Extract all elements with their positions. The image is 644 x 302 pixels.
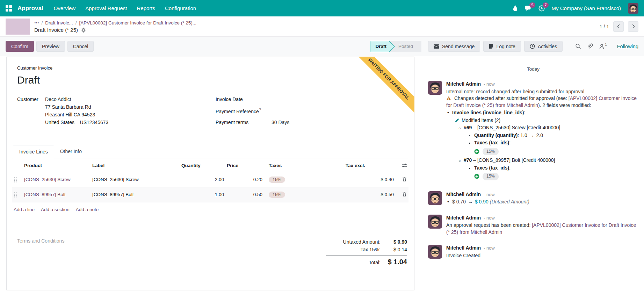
add-note-link[interactable]: Add a note: [76, 207, 99, 212]
breadcrumb-parent-request[interactable]: [APVL00002] Customer Invoice for Draft I…: [79, 20, 196, 26]
followers-icon[interactable]: 1: [599, 44, 607, 49]
cancel-button[interactable]: Cancel: [67, 41, 94, 52]
menu-reports[interactable]: Reports: [137, 5, 155, 11]
invoice-lines-table: Product Label Quantity Price Taxes Tax e…: [12, 158, 408, 202]
column-header-product[interactable]: Product: [23, 158, 91, 172]
message-time: - now: [484, 215, 495, 221]
attachments-paperclip-icon[interactable]: [587, 43, 593, 49]
breadcrumb-current: Draft Invoice (* 25): [34, 27, 78, 33]
activities-button[interactable]: Activities: [524, 41, 563, 52]
tax-tag[interactable]: 15%: [269, 192, 285, 198]
demo-data-droplet-icon[interactable]: [513, 5, 518, 11]
delete-line-icon[interactable]: [402, 192, 407, 197]
invoice-fields: Invoice Date Payment Reference? Payment …: [216, 96, 289, 130]
search-messages-icon[interactable]: [575, 43, 581, 49]
document-type-label: Customer Invoice: [17, 65, 408, 71]
customer-name-link[interactable]: Deco Addict: [45, 96, 71, 102]
total-label: Total:: [369, 260, 381, 265]
column-header-tax-excl[interactable]: Tax excl.: [344, 158, 395, 172]
pager-previous-button[interactable]: [613, 21, 624, 32]
drag-handle-icon[interactable]: [14, 177, 21, 182]
chatter-message: Mitchell Admin - now $ 0.70→$ 0.90 (Unta…: [428, 191, 638, 206]
messages-badge: 5: [529, 2, 535, 8]
send-message-button[interactable]: Send message: [428, 41, 480, 52]
line-price-cell[interactable]: 0.20: [225, 172, 264, 187]
user-menu-avatar[interactable]: [628, 3, 638, 14]
chatter-message: Mitchell Admin - now Internal note: reco…: [428, 81, 638, 182]
drag-handle-icon[interactable]: [14, 192, 21, 197]
message-time: - now: [484, 245, 495, 251]
invoice-line-row[interactable]: [CONS_25630] Screw [CONS_25630] Screw 2.…: [12, 172, 408, 187]
taxes-change-line: Taxes (tax_ids):: [446, 139, 638, 146]
envelope-icon: [434, 44, 439, 49]
payment-reference-label: Payment Reference?: [216, 107, 272, 114]
terms-and-conditions-placeholder[interactable]: Terms and Conditions: [17, 238, 64, 267]
total-value: $ 1.04: [385, 258, 407, 266]
add-section-link[interactable]: Add a section: [41, 207, 70, 212]
pencil-icon: [455, 118, 459, 123]
menu-overview[interactable]: Overview: [54, 5, 76, 11]
line-subtotal-cell: $ 0.40: [344, 172, 395, 187]
log-note-button[interactable]: Log note: [483, 41, 521, 52]
message-time: - now: [484, 81, 495, 87]
column-header-price[interactable]: Price: [225, 158, 264, 172]
apps-menu-icon[interactable]: [6, 5, 12, 12]
tax-tag[interactable]: 15%: [269, 177, 285, 183]
line-label-cell[interactable]: [CONS_89957] Bolt: [91, 187, 180, 202]
message-subject: Internal note: record changed after bein…: [446, 88, 638, 95]
messages-icon[interactable]: 5: [524, 5, 531, 11]
activities-clock-icon[interactable]: 7: [538, 5, 545, 12]
note-icon: [489, 44, 493, 49]
preview-button[interactable]: Preview: [36, 41, 65, 52]
status-draft[interactable]: Draft: [370, 41, 389, 52]
product-link[interactable]: [CONS_89957] Bolt: [24, 192, 66, 197]
payment-terms-label: Payment terms: [216, 120, 272, 125]
column-header-quantity[interactable]: Quantity: [180, 158, 225, 172]
invoice-date-label: Invoice Date: [216, 96, 272, 102]
plus-circle-icon: [474, 149, 479, 154]
message-author: Mitchell Admin: [446, 215, 481, 221]
line-price-cell[interactable]: 0.50: [225, 187, 264, 202]
confirm-button[interactable]: Confirm: [6, 41, 34, 52]
clock-icon: [530, 44, 535, 49]
chatter-message: Mitchell Admin - now Invoice Created: [428, 245, 638, 259]
breadcrumb-separator: /: [75, 20, 77, 26]
pager-next-button[interactable]: [628, 21, 638, 32]
message-author: Mitchell Admin: [446, 245, 481, 251]
app-name[interactable]: Approval: [17, 5, 43, 12]
payment-terms-value[interactable]: 30 Days: [272, 120, 289, 125]
column-header-label[interactable]: Label: [91, 158, 180, 172]
breadcrumb-parent-list[interactable]: Draft Invoic...: [45, 20, 73, 26]
tab-other-info[interactable]: Other Info: [54, 145, 88, 158]
invoice-line-row[interactable]: [CONS_89957] Bolt [CONS_89957] Bolt 1.00…: [12, 187, 408, 202]
plus-circle-icon: [474, 174, 479, 179]
line-quantity-cell[interactable]: 2.00: [180, 172, 225, 187]
delete-line-icon[interactable]: [402, 177, 407, 182]
add-line-link[interactable]: Add a line: [14, 207, 35, 212]
author-avatar: [428, 191, 442, 205]
menu-configuration[interactable]: Configuration: [165, 5, 196, 11]
tab-invoice-lines[interactable]: Invoice Lines: [13, 145, 54, 158]
follower-count: 1: [605, 43, 607, 46]
author-avatar: [428, 81, 442, 95]
message-text: Invoice Created: [446, 252, 495, 259]
table-footer-links: Add a line Add a section Add a note: [12, 202, 408, 217]
company-switcher[interactable]: My Company (San Francisco): [552, 5, 621, 11]
chatter-panel: Today Mitchell Admin - now Internal note…: [421, 56, 644, 259]
breadcrumb-separator: /: [42, 20, 43, 26]
following-toggle[interactable]: Following: [617, 44, 638, 49]
breadcrumb-overflow[interactable]: ⋯: [34, 20, 39, 26]
menu-approval-request[interactable]: Approval Request: [85, 5, 127, 11]
optional-columns-icon[interactable]: [395, 158, 408, 172]
author-avatar: [428, 215, 442, 229]
invoice-totals: Untaxed Amount: $ 0.90 Tax 15%: $ 0.14 T…: [326, 238, 407, 267]
product-link[interactable]: [CONS_25630] Screw: [24, 177, 71, 182]
gear-icon[interactable]: [81, 28, 86, 33]
line-label-cell[interactable]: [CONS_25630] Screw: [91, 172, 180, 187]
main-menu: Overview Approval Request Reports Config…: [54, 5, 196, 11]
customer-address-line: Pleasant Hill CA 94523: [45, 112, 108, 117]
column-header-taxes[interactable]: Taxes: [264, 158, 344, 172]
quantity-change-line: Quantity (quantity): 1.0→2.0: [446, 132, 638, 139]
line-quantity-cell[interactable]: 1.00: [180, 187, 225, 202]
record-thumbnail: [6, 19, 30, 35]
